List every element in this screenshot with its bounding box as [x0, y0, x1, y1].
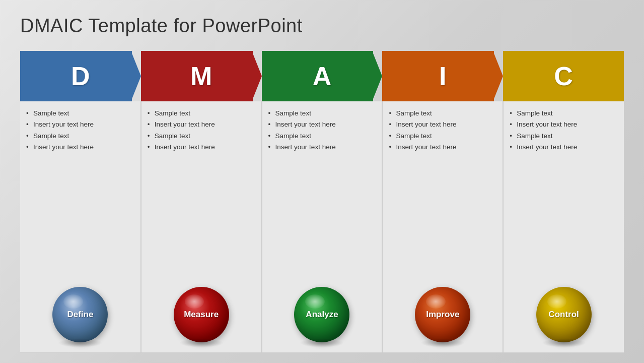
ball-d: Define	[52, 287, 108, 342]
content-d: Sample textInsert your text hereSample t…	[20, 101, 141, 279]
bullet-d-3: Insert your text here	[26, 142, 134, 152]
ball-area-a: Analyze	[262, 279, 383, 353]
bullet-d-1: Insert your text here	[26, 119, 134, 130]
column-d: DSample textInsert your text hereSample …	[20, 51, 141, 353]
arrow-header-a: A	[262, 51, 383, 101]
bullet-c-3: Insert your text here	[510, 142, 618, 152]
bullet-m-0: Sample text	[148, 108, 255, 118]
bullet-i-2: Sample text	[389, 131, 496, 141]
column-i: ISample textInsert your text hereSample …	[382, 51, 503, 353]
bullet-c-2: Sample text	[510, 131, 618, 141]
bullet-c-1: Insert your text here	[510, 119, 618, 130]
letter-m: M	[190, 61, 212, 91]
content-a: Sample textInsert your text hereSample t…	[262, 101, 383, 279]
bullet-m-1: Insert your text here	[148, 119, 255, 130]
bullet-d-2: Sample text	[26, 131, 134, 141]
bullet-a-1: Insert your text here	[268, 119, 376, 130]
arrow-header-m: M	[141, 51, 262, 101]
letter-i: I	[439, 61, 446, 91]
column-c: CSample textInsert your text hereSample …	[503, 51, 624, 353]
bullet-i-1: Insert your text here	[389, 119, 496, 130]
bullet-a-0: Sample text	[268, 108, 376, 118]
dmaic-container: DSample textInsert your text hereSample …	[20, 51, 624, 353]
ball-a: Analyze	[294, 287, 349, 342]
arrow-header-d: D	[20, 51, 141, 101]
letter-a: A	[313, 61, 332, 91]
bullet-a-3: Insert your text here	[268, 142, 376, 152]
bullet-i-3: Insert your text here	[389, 142, 496, 152]
bullet-i-0: Sample text	[389, 108, 496, 118]
ball-area-d: Define	[20, 279, 141, 353]
ball-i: Improve	[415, 287, 470, 342]
ball-c: Control	[536, 287, 592, 342]
letter-d: D	[71, 61, 90, 91]
ball-m: Measure	[174, 287, 229, 342]
arrow-header-i: I	[382, 51, 503, 101]
content-c: Sample textInsert your text hereSample t…	[503, 101, 624, 279]
column-m: MSample textInsert your text hereSample …	[141, 51, 262, 353]
bullet-a-2: Sample text	[268, 131, 376, 141]
ball-area-i: Improve	[382, 279, 503, 353]
content-m: Sample textInsert your text hereSample t…	[141, 101, 262, 279]
ball-area-m: Measure	[141, 279, 262, 353]
ball-area-c: Control	[503, 279, 624, 353]
page-title: DMAIC Template for PowerPoint	[20, 15, 303, 37]
letter-c: C	[554, 61, 573, 91]
bullet-m-2: Sample text	[148, 131, 255, 141]
bullet-d-0: Sample text	[26, 108, 134, 118]
column-a: ASample textInsert your text hereSample …	[262, 51, 383, 353]
content-i: Sample textInsert your text hereSample t…	[382, 101, 503, 279]
arrow-header-c: C	[503, 51, 624, 101]
bullet-m-3: Insert your text here	[148, 142, 255, 152]
bullet-c-0: Sample text	[510, 108, 618, 118]
